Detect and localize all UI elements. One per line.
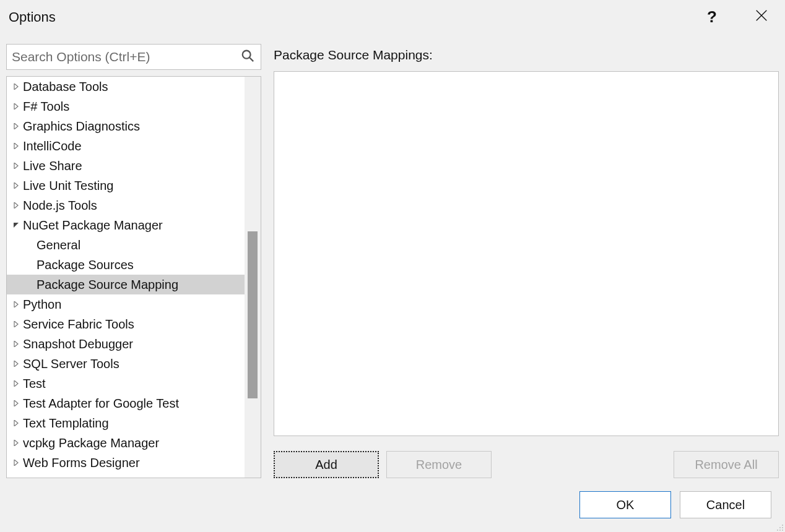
svg-line-3	[249, 57, 253, 61]
svg-marker-19	[14, 440, 18, 446]
tree-item[interactable]: SQL Server Tools	[7, 354, 261, 374]
options-tree: Database ToolsF# ToolsGraphics Diagnosti…	[6, 76, 261, 478]
svg-point-22	[779, 527, 781, 528]
tree-item[interactable]: NuGet Package Manager	[7, 215, 261, 235]
remove-all-button[interactable]: Remove All	[674, 451, 779, 478]
svg-point-25	[779, 530, 781, 531]
tree-item-label: Package Sources	[37, 258, 134, 272]
tree-item-label: Database Tools	[23, 80, 108, 94]
tree-item[interactable]: Test	[7, 374, 261, 393]
cancel-button[interactable]: Cancel	[680, 491, 771, 518]
svg-marker-10	[14, 202, 18, 208]
svg-marker-8	[14, 163, 18, 169]
expand-icon	[11, 103, 22, 109]
tree-item-label: F# Tools	[23, 100, 69, 114]
dialog-title: Options	[9, 9, 56, 25]
tree-item[interactable]: Live Share	[7, 156, 261, 176]
titlebar: Options ?	[0, 0, 785, 34]
titlebar-controls: ?	[700, 7, 774, 27]
expand-icon	[11, 143, 22, 149]
dialog-footer: OK Cancel	[579, 491, 771, 518]
close-icon	[755, 12, 768, 25]
tree-item[interactable]: Test Adapter for Google Test	[7, 393, 261, 413]
tree-item[interactable]: F# Tools	[7, 97, 261, 116]
svg-marker-20	[14, 460, 18, 466]
svg-marker-11	[14, 223, 19, 228]
svg-marker-6	[14, 123, 18, 129]
tree-item[interactable]: Service Fabric Tools	[7, 314, 261, 334]
svg-marker-18	[14, 420, 18, 426]
content: Database ToolsF# ToolsGraphics Diagnosti…	[0, 34, 785, 478]
expand-icon	[11, 380, 22, 387]
tree-item[interactable]: Package Sources	[7, 255, 261, 275]
left-panel: Database ToolsF# ToolsGraphics Diagnosti…	[6, 44, 261, 478]
help-button[interactable]: ?	[700, 7, 724, 27]
tree-item[interactable]: Node.js Tools	[7, 195, 261, 215]
search-input[interactable]	[12, 49, 241, 64]
tree-item[interactable]: Package Source Mapping	[7, 275, 261, 294]
tree-item[interactable]: Web Forms Designer	[7, 453, 261, 473]
tree-item-label: vcpkg Package Manager	[23, 436, 159, 450]
svg-marker-12	[14, 301, 18, 307]
tree-item[interactable]: Graphics Diagnostics	[7, 116, 261, 136]
collapse-icon	[11, 222, 22, 228]
tree-item[interactable]: vcpkg Package Manager	[7, 433, 261, 453]
help-icon: ?	[707, 7, 717, 26]
tree-item[interactable]: IntelliCode	[7, 136, 261, 156]
expand-icon	[11, 163, 22, 169]
mappings-button-row: Add Remove Remove All	[274, 451, 779, 478]
svg-point-21	[782, 525, 783, 526]
tree-item-label: Text Templating	[23, 416, 109, 431]
svg-marker-16	[14, 380, 18, 387]
mappings-heading: Package Source Mappings:	[274, 48, 779, 62]
scrollbar-thumb[interactable]	[248, 231, 258, 398]
search-icon	[241, 49, 254, 66]
close-button[interactable]	[749, 9, 774, 25]
expand-icon	[11, 123, 22, 129]
expand-icon	[11, 341, 22, 347]
mappings-list[interactable]	[274, 71, 779, 436]
ok-button[interactable]: OK	[579, 491, 671, 518]
resize-grip[interactable]	[774, 521, 784, 531]
expand-icon	[11, 420, 22, 426]
svg-marker-4	[14, 84, 18, 90]
svg-point-24	[777, 530, 778, 531]
svg-marker-17	[14, 400, 18, 406]
expand-icon	[11, 440, 22, 446]
remove-button[interactable]: Remove	[386, 451, 492, 478]
tree-item-label: NuGet Package Manager	[23, 218, 163, 233]
tree-item[interactable]: Live Unit Testing	[7, 176, 261, 195]
tree-item-label: IntelliCode	[23, 139, 82, 153]
svg-point-2	[243, 50, 251, 58]
tree-item[interactable]: General	[7, 235, 261, 255]
svg-marker-5	[14, 103, 18, 109]
add-button[interactable]: Add	[274, 451, 379, 478]
tree-item-label: Live Unit Testing	[23, 179, 113, 193]
tree-item-label: SQL Server Tools	[23, 357, 119, 371]
expand-icon	[11, 361, 22, 367]
tree-item-label: Web Forms Designer	[23, 456, 140, 470]
tree-item-label: Snapshot Debugger	[23, 337, 133, 351]
scrollbar[interactable]	[245, 77, 261, 478]
expand-icon	[11, 301, 22, 307]
expand-icon	[11, 460, 22, 466]
svg-marker-14	[14, 341, 18, 347]
tree-item[interactable]: Text Templating	[7, 413, 261, 433]
svg-marker-7	[14, 143, 18, 149]
tree-item-label: Test Adapter for Google Test	[23, 397, 179, 411]
svg-point-23	[782, 527, 783, 528]
tree-item-label: Live Share	[23, 159, 82, 173]
tree-item-label: Package Source Mapping	[37, 278, 178, 292]
tree-item[interactable]: Database Tools	[7, 77, 261, 97]
tree-item[interactable]: Snapshot Debugger	[7, 334, 261, 354]
tree-item-label: Python	[23, 298, 61, 312]
expand-icon	[11, 321, 22, 327]
expand-icon	[11, 182, 22, 189]
tree-item-label: Service Fabric Tools	[23, 317, 134, 332]
tree-item-label: Test	[23, 377, 46, 391]
tree-item[interactable]: Python	[7, 294, 261, 314]
svg-marker-15	[14, 361, 18, 367]
svg-marker-9	[14, 182, 18, 189]
tree-item-label: General	[37, 238, 80, 252]
search-box	[6, 44, 261, 70]
